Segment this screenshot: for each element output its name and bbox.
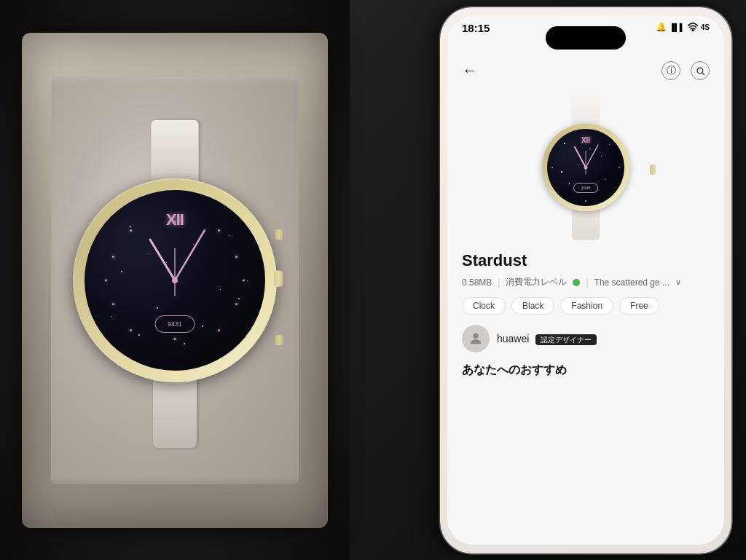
bell-icon: 🔔 bbox=[656, 22, 667, 32]
svg-line-8 bbox=[586, 145, 598, 167]
product-size: 0.58MB bbox=[462, 277, 492, 288]
tags-container: Clock Black Fashion Free bbox=[447, 297, 724, 315]
watch-button-bottom bbox=[275, 335, 283, 345]
phone-shell: 18:15 🔔 ▐▌▌ 4S ← bbox=[440, 7, 731, 553]
signal-icon: ▐▌▌ bbox=[670, 23, 685, 31]
step-counter-left: 9431 bbox=[155, 315, 195, 333]
app-watch: XII bbox=[520, 95, 651, 240]
recommendations-section: あなたへのおすすめ bbox=[447, 363, 724, 378]
designer-section: huawei 認定デザイナー bbox=[447, 325, 724, 352]
svg-point-4 bbox=[692, 30, 694, 31]
power-indicator bbox=[573, 279, 580, 286]
power-label: 消費電力レベル bbox=[506, 276, 567, 288]
svg-point-5 bbox=[697, 68, 703, 74]
physical-watch: XII bbox=[73, 178, 277, 382]
info-button[interactable]: ⓘ bbox=[661, 61, 680, 80]
phone-screen: 18:15 🔔 ▐▌▌ 4S ← bbox=[447, 16, 724, 545]
wifi-icon bbox=[688, 23, 698, 31]
status-time: 18:15 bbox=[462, 22, 490, 34]
expand-button[interactable]: ∨ bbox=[675, 277, 681, 287]
app-watch-dial: XII bbox=[547, 129, 624, 206]
recommendations-title: あなたへのおすすめ bbox=[462, 363, 710, 378]
search-button[interactable] bbox=[691, 61, 710, 80]
watch-hands bbox=[85, 190, 265, 371]
dynamic-island bbox=[546, 26, 626, 50]
designer-badge: 認定デザイナー bbox=[535, 334, 597, 345]
svg-line-7 bbox=[575, 147, 586, 167]
svg-point-10 bbox=[584, 166, 588, 170]
watch-button-top bbox=[275, 229, 283, 240]
tag-fashion[interactable]: Fashion bbox=[560, 297, 613, 315]
watch-dial: XII bbox=[85, 190, 265, 371]
svg-line-6 bbox=[702, 72, 704, 74]
designer-info: huawei 認定デザイナー bbox=[497, 332, 597, 345]
nav-actions: ⓘ bbox=[661, 61, 710, 80]
svg-point-11 bbox=[473, 334, 478, 339]
svg-line-1 bbox=[175, 230, 205, 280]
product-meta: 0.58MB | 消費電力レベル | The scattered ge ... … bbox=[462, 276, 710, 288]
avatar-icon bbox=[468, 331, 484, 347]
tag-black[interactable]: Black bbox=[511, 297, 554, 315]
watch-box: XII bbox=[22, 33, 328, 528]
battery-icon: 4S bbox=[701, 23, 710, 31]
watch-crown bbox=[274, 270, 283, 286]
tag-free[interactable]: Free bbox=[619, 297, 659, 315]
designer-avatar bbox=[462, 325, 490, 352]
app-watch-case: XII bbox=[542, 124, 629, 211]
product-title: Stardust bbox=[462, 251, 710, 270]
watch-case: XII bbox=[73, 178, 277, 382]
status-icons: 🔔 ▐▌▌ 4S bbox=[656, 22, 710, 32]
product-description: The scattered ge ... bbox=[594, 277, 670, 288]
designer-name: huawei bbox=[497, 333, 529, 344]
phone: 18:15 🔔 ▐▌▌ 4S ← bbox=[440, 7, 731, 553]
app-step-counter: 7645 bbox=[573, 183, 598, 193]
app-content: ← ⓘ bbox=[447, 54, 724, 545]
app-watch-crown bbox=[650, 165, 656, 175]
tag-clock[interactable]: Clock bbox=[462, 297, 506, 315]
product-info: Stardust 0.58MB | 消費電力レベル | The scattere… bbox=[447, 251, 724, 288]
watch-box-area: XII bbox=[0, 0, 350, 560]
watch-cushion: XII bbox=[51, 76, 299, 484]
nav-bar: ← ⓘ bbox=[447, 54, 724, 87]
svg-line-0 bbox=[150, 240, 175, 280]
app-watch-hands bbox=[547, 129, 624, 206]
svg-point-3 bbox=[172, 277, 178, 283]
app-watch-image: XII bbox=[447, 87, 724, 251]
back-button[interactable]: ← bbox=[462, 61, 478, 80]
